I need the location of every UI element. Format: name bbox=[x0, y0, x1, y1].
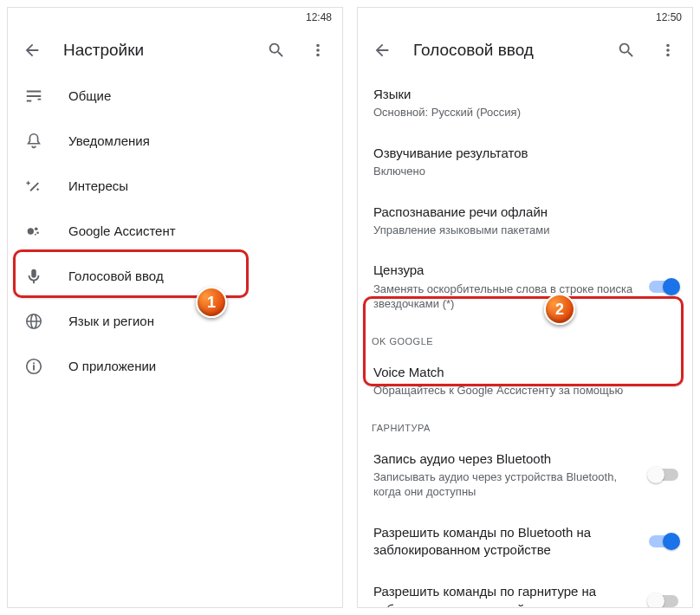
bell-icon bbox=[23, 131, 44, 152]
settings-item-notifications[interactable]: Уведомления bbox=[8, 119, 342, 164]
item-primary: Разрешить команды по гарнитуре на заблок… bbox=[373, 583, 640, 607]
item-secondary: Основной: Русский (Россия) bbox=[373, 105, 678, 120]
item-label: Интересы bbox=[68, 178, 328, 195]
item-primary: Запись аудио через Bluetooth bbox=[373, 450, 640, 468]
item-voice-match[interactable]: Voice Match Обращайтесь к Google Ассисте… bbox=[358, 352, 692, 411]
mic-icon bbox=[23, 266, 44, 287]
more-icon bbox=[658, 41, 677, 60]
item-primary: Распознавание речи офлайн bbox=[373, 204, 678, 221]
status-bar: 12:48 bbox=[8, 8, 342, 27]
search-icon bbox=[267, 41, 286, 60]
section-ok-google: OK GOOGLE bbox=[358, 324, 692, 352]
item-label: Голосовой ввод bbox=[68, 268, 328, 285]
item-primary: Озвучивание результатов bbox=[373, 145, 678, 162]
item-label: О приложении bbox=[68, 358, 328, 375]
item-primary: Разрешить команды по Bluetooth на заблок… bbox=[373, 524, 640, 560]
item-primary: Цензура bbox=[373, 262, 640, 279]
section-headset: ГАРНИТУРА bbox=[358, 411, 692, 438]
app-bar: Настройки bbox=[8, 27, 342, 74]
item-offline-recognition[interactable]: Распознавание речи офлайн Управление язы… bbox=[358, 191, 692, 250]
page-title: Голосовой ввод bbox=[406, 41, 602, 60]
settings-item-about[interactable]: О приложении bbox=[8, 344, 342, 389]
switch-bluetooth-locked[interactable] bbox=[649, 535, 678, 547]
item-label: Общие bbox=[68, 87, 328, 105]
item-bluetooth-audio[interactable]: Запись аудио через Bluetooth Записывать … bbox=[358, 438, 692, 512]
item-censoring[interactable]: Цензура Заменять оскорбительные слова в … bbox=[358, 249, 692, 323]
item-headset-locked[interactable]: Разрешить команды по гарнитуре на заблок… bbox=[358, 571, 692, 607]
item-secondary: Записывать аудио через устройства Blueto… bbox=[373, 469, 640, 500]
more-icon bbox=[308, 41, 327, 60]
item-primary: Языки bbox=[373, 86, 678, 103]
more-button[interactable] bbox=[651, 33, 685, 68]
info-icon bbox=[23, 356, 44, 377]
item-secondary: Включено bbox=[373, 164, 678, 179]
settings-item-general[interactable]: Общие bbox=[8, 74, 342, 119]
tune-icon bbox=[23, 86, 44, 107]
settings-item-voice-input[interactable]: Голосовой ввод bbox=[8, 254, 342, 299]
page-title: Настройки bbox=[56, 41, 252, 60]
item-speak-results[interactable]: Озвучивание результатов Включено bbox=[358, 133, 692, 191]
settings-item-assistant[interactable]: Google Ассистент bbox=[8, 209, 342, 254]
search-button[interactable] bbox=[259, 33, 294, 68]
assistant-icon bbox=[23, 221, 44, 242]
app-bar: Голосовой ввод bbox=[358, 27, 692, 74]
back-button[interactable] bbox=[15, 33, 49, 68]
phone-left: 12:48 Настройки Общие Уведомления Интере… bbox=[7, 7, 343, 608]
search-button[interactable] bbox=[609, 33, 644, 68]
clock: 12:50 bbox=[656, 11, 682, 23]
switch-bluetooth-audio[interactable] bbox=[649, 469, 678, 481]
clock: 12:48 bbox=[306, 11, 332, 23]
settings-item-interests[interactable]: Интересы bbox=[8, 164, 342, 209]
voice-settings-list: Языки Основной: Русский (Россия) Озвучив… bbox=[358, 74, 692, 607]
more-button[interactable] bbox=[301, 33, 335, 68]
search-icon bbox=[617, 41, 636, 60]
item-secondary: Управление языковыми пакетами bbox=[373, 223, 678, 238]
item-primary: Voice Match bbox=[373, 364, 678, 381]
item-label: Уведомления bbox=[68, 133, 328, 150]
back-icon bbox=[23, 41, 42, 60]
settings-list: Общие Уведомления Интересы Google Ассист… bbox=[8, 74, 342, 607]
status-bar: 12:50 bbox=[358, 8, 692, 27]
globe-icon bbox=[23, 311, 44, 332]
item-label: Язык и регион bbox=[68, 313, 328, 330]
item-label: Google Ассистент bbox=[68, 223, 328, 240]
phone-right: 12:50 Голосовой ввод Языки Основной: Рус… bbox=[357, 7, 693, 608]
item-languages[interactable]: Языки Основной: Русский (Россия) bbox=[358, 74, 692, 133]
switch-headset-locked[interactable] bbox=[649, 595, 678, 607]
switch-censoring[interactable] bbox=[649, 281, 678, 293]
wand-icon bbox=[23, 176, 44, 197]
item-secondary: Обращайтесь к Google Ассистенту за помощ… bbox=[373, 383, 678, 398]
back-button[interactable] bbox=[365, 33, 399, 68]
item-secondary: Заменять оскорбительные слова в строке п… bbox=[373, 282, 640, 312]
item-bluetooth-locked[interactable]: Разрешить команды по Bluetooth на заблок… bbox=[358, 512, 692, 572]
back-icon bbox=[373, 41, 392, 60]
settings-item-language-region[interactable]: Язык и регион bbox=[8, 299, 342, 344]
